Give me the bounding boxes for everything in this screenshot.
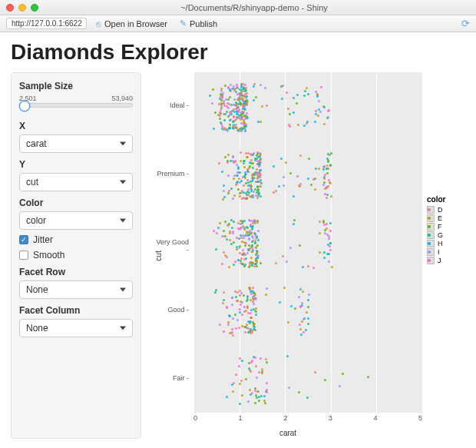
data-point bbox=[302, 290, 304, 293]
data-point bbox=[324, 174, 326, 176]
minimize-icon[interactable] bbox=[18, 4, 26, 12]
data-point bbox=[223, 291, 225, 294]
data-point bbox=[243, 294, 245, 297]
color-select[interactable]: color bbox=[19, 211, 133, 230]
data-point bbox=[239, 128, 241, 130]
data-point bbox=[250, 220, 252, 222]
data-point bbox=[323, 181, 326, 184]
data-point bbox=[238, 178, 240, 180]
x-tick-label: 5 bbox=[418, 414, 422, 425]
data-point bbox=[234, 261, 236, 263]
data-point bbox=[224, 221, 226, 223]
sample-size-slider[interactable]: 2,501 53,940 bbox=[19, 95, 133, 114]
data-point bbox=[299, 306, 302, 308]
data-point bbox=[323, 224, 326, 226]
data-point bbox=[256, 168, 258, 171]
legend-item: F bbox=[427, 223, 465, 231]
url-field[interactable]: http://127.0.0.1:6622 bbox=[6, 18, 87, 29]
chevron-down-icon bbox=[120, 327, 126, 330]
x-tick-label: 2 bbox=[283, 414, 287, 425]
facet-row-select[interactable]: None bbox=[19, 280, 133, 299]
facet-col-select[interactable]: None bbox=[19, 319, 133, 337]
data-point bbox=[287, 108, 289, 110]
legend-swatch-icon bbox=[427, 231, 435, 239]
data-point bbox=[250, 188, 253, 191]
data-point bbox=[242, 234, 244, 237]
legend-swatch-icon bbox=[427, 240, 435, 247]
x-select[interactable]: carat bbox=[19, 134, 133, 153]
data-point bbox=[259, 174, 261, 177]
data-point bbox=[279, 301, 281, 304]
data-point bbox=[238, 108, 240, 111]
data-point bbox=[256, 177, 259, 179]
jitter-label: Jitter bbox=[33, 234, 53, 245]
jitter-checkbox[interactable]: ✓ Jitter bbox=[19, 234, 133, 245]
data-point bbox=[232, 121, 234, 123]
y-select[interactable]: cut bbox=[19, 173, 133, 191]
data-point bbox=[305, 329, 307, 331]
data-point bbox=[326, 227, 328, 230]
data-point bbox=[225, 98, 227, 101]
publish-label: Publish bbox=[190, 19, 217, 28]
data-point bbox=[230, 84, 232, 86]
x-tick-label: 3 bbox=[329, 414, 332, 425]
data-point bbox=[239, 245, 241, 247]
legend-label: G bbox=[438, 231, 443, 239]
page-title: Diamonds Explorer bbox=[11, 40, 465, 65]
data-point bbox=[252, 222, 254, 224]
data-point bbox=[258, 400, 260, 402]
data-point bbox=[220, 105, 223, 107]
data-point bbox=[232, 334, 234, 337]
plot-output: cut carat color DEFGHIJ Ideal -Premium -… bbox=[154, 72, 465, 439]
data-point bbox=[256, 390, 259, 393]
zoom-icon[interactable] bbox=[31, 4, 38, 12]
legend-swatch-icon bbox=[427, 248, 435, 256]
y-label: Y bbox=[19, 159, 133, 170]
data-point bbox=[259, 185, 262, 187]
data-point bbox=[240, 118, 242, 121]
refresh-icon[interactable]: ⟳ bbox=[461, 18, 470, 29]
data-point bbox=[244, 84, 246, 86]
data-point bbox=[312, 267, 315, 269]
data-point bbox=[255, 194, 257, 197]
data-point bbox=[329, 154, 331, 156]
data-point bbox=[233, 178, 235, 180]
data-point bbox=[223, 196, 226, 198]
data-point bbox=[223, 119, 226, 121]
slider-handle[interactable] bbox=[19, 101, 30, 111]
data-point bbox=[329, 164, 332, 166]
data-point bbox=[212, 88, 214, 91]
data-point bbox=[304, 90, 306, 92]
data-point bbox=[255, 365, 257, 367]
data-point bbox=[301, 320, 303, 323]
data-point bbox=[243, 252, 245, 254]
data-point bbox=[258, 165, 260, 168]
color-label: Color bbox=[19, 197, 133, 208]
data-point bbox=[303, 124, 306, 127]
legend-label: I bbox=[438, 248, 440, 256]
close-icon[interactable] bbox=[6, 4, 14, 12]
legend-swatch-icon bbox=[427, 214, 435, 222]
data-point bbox=[252, 167, 254, 169]
data-point bbox=[303, 95, 306, 97]
open-in-browser-button[interactable]: ⎋ Open in Browser bbox=[93, 18, 170, 29]
data-point bbox=[233, 264, 235, 266]
data-point bbox=[250, 317, 253, 319]
data-point bbox=[250, 153, 252, 155]
data-point bbox=[247, 400, 250, 403]
data-point bbox=[235, 327, 237, 330]
data-point bbox=[264, 87, 266, 89]
data-point bbox=[290, 305, 293, 307]
data-point bbox=[254, 310, 256, 312]
publish-button[interactable]: ✎ Publish bbox=[177, 18, 220, 29]
data-point bbox=[260, 395, 263, 397]
data-point bbox=[241, 314, 243, 316]
data-point bbox=[229, 96, 231, 98]
legend-item: I bbox=[427, 248, 465, 256]
window-titlebar: ~/Documents/R/shinyapp-demo - Shiny bbox=[0, 0, 476, 15]
data-point bbox=[241, 325, 243, 327]
y-tick-label: Fair - bbox=[154, 374, 192, 382]
smooth-checkbox[interactable]: Smooth bbox=[19, 250, 133, 261]
legend-item: E bbox=[427, 214, 465, 222]
data-point bbox=[223, 330, 225, 333]
